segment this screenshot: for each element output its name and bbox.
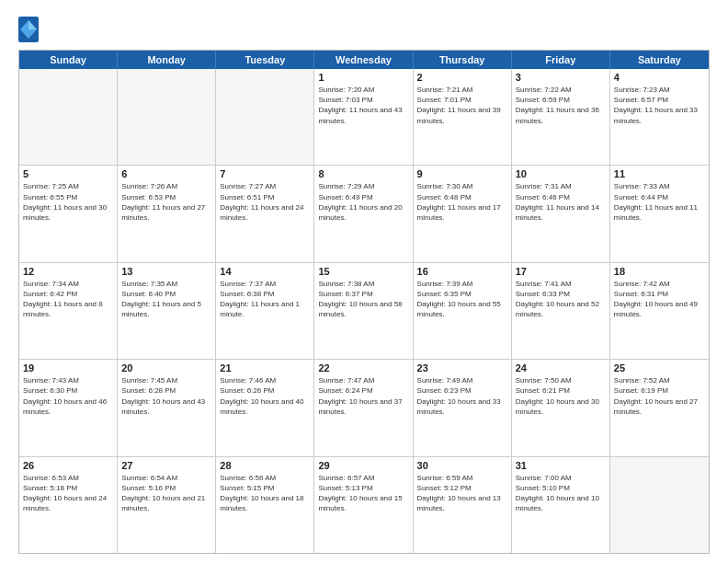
day-number: 3 <box>516 72 606 83</box>
day-cell-6: 6Sunrise: 7:26 AM Sunset: 6:53 PM Daylig… <box>118 166 216 261</box>
empty-cell-0-2 <box>216 69 314 165</box>
cell-info: Sunrise: 7:35 AM Sunset: 6:40 PM Dayligh… <box>121 279 211 320</box>
calendar-header: SundayMondayTuesdayWednesdayThursdayFrid… <box>19 51 709 69</box>
day-cell-4: 4Sunrise: 7:23 AM Sunset: 6:57 PM Daylig… <box>610 69 709 165</box>
header-day-saturday: Saturday <box>610 51 709 69</box>
day-cell-12: 12Sunrise: 7:34 AM Sunset: 6:42 PM Dayli… <box>19 263 118 359</box>
day-number: 12 <box>23 266 113 277</box>
calendar-body: 1Sunrise: 7:20 AM Sunset: 7:03 PM Daylig… <box>19 69 709 553</box>
cell-info: Sunrise: 7:25 AM Sunset: 6:55 PM Dayligh… <box>23 181 113 223</box>
day-cell-13: 13Sunrise: 7:35 AM Sunset: 6:40 PM Dayli… <box>118 263 216 359</box>
empty-cell-0-0 <box>19 69 118 165</box>
day-number: 26 <box>23 460 113 471</box>
header-day-wednesday: Wednesday <box>314 51 413 69</box>
day-cell-31: 31Sunrise: 7:00 AM Sunset: 5:10 PM Dayli… <box>512 457 610 553</box>
day-number: 8 <box>318 168 408 179</box>
day-number: 14 <box>220 266 310 277</box>
cell-info: Sunrise: 7:30 AM Sunset: 6:48 PM Dayligh… <box>417 181 507 223</box>
header-day-thursday: Thursday <box>414 51 512 69</box>
cell-info: Sunrise: 7:39 AM Sunset: 6:35 PM Dayligh… <box>417 279 507 320</box>
day-cell-30: 30Sunrise: 6:59 AM Sunset: 5:12 PM Dayli… <box>414 457 512 553</box>
cell-info: Sunrise: 7:22 AM Sunset: 6:59 PM Dayligh… <box>516 85 606 126</box>
day-number: 21 <box>220 362 310 373</box>
cell-info: Sunrise: 7:50 AM Sunset: 6:21 PM Dayligh… <box>516 375 606 417</box>
day-number: 5 <box>23 168 113 179</box>
day-cell-25: 25Sunrise: 7:52 AM Sunset: 6:19 PM Dayli… <box>610 360 709 455</box>
cell-info: Sunrise: 7:42 AM Sunset: 6:31 PM Dayligh… <box>614 279 705 320</box>
day-cell-11: 11Sunrise: 7:33 AM Sunset: 6:44 PM Dayli… <box>610 166 709 261</box>
day-number: 22 <box>318 362 408 373</box>
day-number: 20 <box>121 362 211 373</box>
calendar-week-1: 1Sunrise: 7:20 AM Sunset: 7:03 PM Daylig… <box>19 69 709 165</box>
empty-cell-4-6 <box>610 457 709 553</box>
day-number: 17 <box>516 266 606 277</box>
header-day-friday: Friday <box>512 51 610 69</box>
day-number: 23 <box>417 362 507 373</box>
day-number: 7 <box>220 168 310 179</box>
day-number: 10 <box>516 168 606 179</box>
day-number: 29 <box>318 460 408 471</box>
calendar-week-3: 12Sunrise: 7:34 AM Sunset: 6:42 PM Dayli… <box>19 262 709 359</box>
header <box>18 17 710 42</box>
cell-info: Sunrise: 7:47 AM Sunset: 6:24 PM Dayligh… <box>318 375 408 417</box>
cell-info: Sunrise: 7:23 AM Sunset: 6:57 PM Dayligh… <box>614 85 705 126</box>
cell-info: Sunrise: 7:41 AM Sunset: 6:33 PM Dayligh… <box>516 279 606 320</box>
header-day-sunday: Sunday <box>19 51 118 69</box>
day-number: 24 <box>516 362 606 373</box>
cell-info: Sunrise: 6:54 AM Sunset: 5:16 PM Dayligh… <box>121 473 211 514</box>
header-day-monday: Monday <box>118 51 216 69</box>
day-cell-9: 9Sunrise: 7:30 AM Sunset: 6:48 PM Daylig… <box>414 166 512 261</box>
day-number: 11 <box>614 168 705 179</box>
day-number: 15 <box>318 266 408 277</box>
calendar-week-5: 26Sunrise: 6:53 AM Sunset: 5:18 PM Dayli… <box>19 456 709 553</box>
cell-info: Sunrise: 7:20 AM Sunset: 7:03 PM Dayligh… <box>318 85 408 126</box>
cell-info: Sunrise: 7:21 AM Sunset: 7:01 PM Dayligh… <box>417 85 507 126</box>
day-cell-14: 14Sunrise: 7:37 AM Sunset: 6:38 PM Dayli… <box>216 263 314 359</box>
day-number: 4 <box>614 72 705 83</box>
cell-info: Sunrise: 7:33 AM Sunset: 6:44 PM Dayligh… <box>614 181 705 223</box>
cell-info: Sunrise: 7:37 AM Sunset: 6:38 PM Dayligh… <box>220 279 310 320</box>
day-number: 16 <box>417 266 507 277</box>
day-cell-10: 10Sunrise: 7:31 AM Sunset: 6:46 PM Dayli… <box>512 166 610 261</box>
day-number: 25 <box>614 362 705 373</box>
day-cell-27: 27Sunrise: 6:54 AM Sunset: 5:16 PM Dayli… <box>118 457 216 553</box>
day-number: 13 <box>121 266 211 277</box>
day-cell-16: 16Sunrise: 7:39 AM Sunset: 6:35 PM Dayli… <box>414 263 512 359</box>
calendar: SundayMondayTuesdayWednesdayThursdayFrid… <box>18 50 710 554</box>
logo-icon <box>18 17 39 42</box>
day-cell-3: 3Sunrise: 7:22 AM Sunset: 6:59 PM Daylig… <box>512 69 610 165</box>
day-cell-1: 1Sunrise: 7:20 AM Sunset: 7:03 PM Daylig… <box>314 69 413 165</box>
day-cell-26: 26Sunrise: 6:53 AM Sunset: 5:18 PM Dayli… <box>19 457 118 553</box>
day-cell-21: 21Sunrise: 7:46 AM Sunset: 6:26 PM Dayli… <box>216 360 314 455</box>
cell-info: Sunrise: 6:56 AM Sunset: 5:15 PM Dayligh… <box>220 473 310 514</box>
day-cell-23: 23Sunrise: 7:49 AM Sunset: 6:23 PM Dayli… <box>414 360 512 455</box>
day-cell-15: 15Sunrise: 7:38 AM Sunset: 6:37 PM Dayli… <box>314 263 413 359</box>
empty-cell-0-1 <box>118 69 216 165</box>
day-number: 19 <box>23 362 113 373</box>
cell-info: Sunrise: 7:45 AM Sunset: 6:28 PM Dayligh… <box>121 375 211 417</box>
cell-info: Sunrise: 7:29 AM Sunset: 6:49 PM Dayligh… <box>318 181 408 223</box>
day-number: 18 <box>614 266 705 277</box>
day-cell-24: 24Sunrise: 7:50 AM Sunset: 6:21 PM Dayli… <box>512 360 610 455</box>
day-cell-20: 20Sunrise: 7:45 AM Sunset: 6:28 PM Dayli… <box>118 360 216 455</box>
day-cell-8: 8Sunrise: 7:29 AM Sunset: 6:49 PM Daylig… <box>314 166 413 261</box>
day-number: 9 <box>417 168 507 179</box>
cell-info: Sunrise: 7:49 AM Sunset: 6:23 PM Dayligh… <box>417 375 507 417</box>
day-cell-2: 2Sunrise: 7:21 AM Sunset: 7:01 PM Daylig… <box>414 69 512 165</box>
day-cell-7: 7Sunrise: 7:27 AM Sunset: 6:51 PM Daylig… <box>216 166 314 261</box>
cell-info: Sunrise: 7:26 AM Sunset: 6:53 PM Dayligh… <box>121 181 211 223</box>
header-day-tuesday: Tuesday <box>216 51 314 69</box>
calendar-week-4: 19Sunrise: 7:43 AM Sunset: 6:30 PM Dayli… <box>19 359 709 455</box>
cell-info: Sunrise: 6:59 AM Sunset: 5:12 PM Dayligh… <box>417 473 507 514</box>
day-number: 6 <box>121 168 211 179</box>
day-cell-19: 19Sunrise: 7:43 AM Sunset: 6:30 PM Dayli… <box>19 360 118 455</box>
day-cell-28: 28Sunrise: 6:56 AM Sunset: 5:15 PM Dayli… <box>216 457 314 553</box>
logo <box>18 17 42 42</box>
day-number: 30 <box>417 460 507 471</box>
day-cell-29: 29Sunrise: 6:57 AM Sunset: 5:13 PM Dayli… <box>314 457 413 553</box>
cell-info: Sunrise: 6:53 AM Sunset: 5:18 PM Dayligh… <box>23 473 113 514</box>
day-number: 2 <box>417 72 507 83</box>
day-cell-5: 5Sunrise: 7:25 AM Sunset: 6:55 PM Daylig… <box>19 166 118 261</box>
cell-info: Sunrise: 6:57 AM Sunset: 5:13 PM Dayligh… <box>318 473 408 514</box>
cell-info: Sunrise: 7:38 AM Sunset: 6:37 PM Dayligh… <box>318 279 408 320</box>
